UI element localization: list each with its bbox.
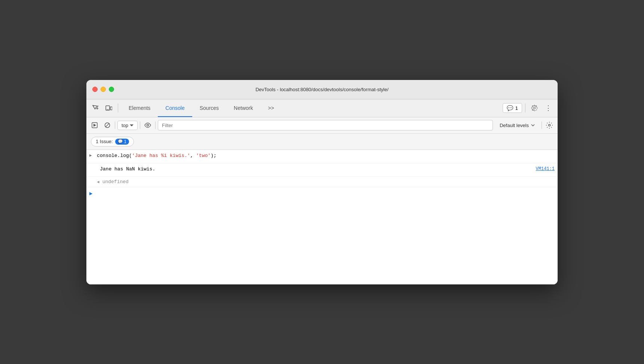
source-link[interactable]: VM141:1 bbox=[536, 166, 555, 172]
close-button[interactable] bbox=[92, 87, 98, 92]
minimize-button[interactable] bbox=[101, 87, 106, 92]
issues-button[interactable]: 💬 1 bbox=[503, 103, 522, 113]
issue-count: 1 bbox=[124, 139, 127, 144]
devtools-window: DevTools - localhost:8080/docs/devtools/… bbox=[86, 80, 558, 284]
toolbar-divider-1 bbox=[118, 104, 118, 112]
undefined-text: undefined bbox=[102, 179, 129, 185]
issues-pill[interactable]: 1 Issue: 💬 1 bbox=[91, 137, 134, 146]
console-divider-4 bbox=[542, 121, 542, 129]
console-settings-icon[interactable] bbox=[544, 120, 555, 130]
issue-badge: 💬 1 bbox=[115, 139, 129, 145]
console-log-text: console.log('Jane has %i kiwis.', 'two')… bbox=[97, 152, 555, 160]
window-title: DevTools - localhost:8080/docs/devtools/… bbox=[255, 87, 389, 92]
issues-bar: 1 Issue: 💬 1 bbox=[86, 134, 558, 150]
console-log-row: ▶ console.log('Jane has %i kiwis.', 'two… bbox=[86, 150, 558, 163]
settings-icon[interactable] bbox=[528, 102, 540, 114]
console-prompt-row[interactable]: ▶ bbox=[86, 187, 558, 200]
tab-bar: Elements Console Sources Network >> bbox=[121, 99, 501, 117]
svg-rect-1 bbox=[110, 107, 112, 110]
console-divider-2 bbox=[140, 121, 140, 129]
console-output-row: Jane has NaN kiwis. VM141:1 bbox=[86, 163, 558, 177]
tab-elements[interactable]: Elements bbox=[121, 99, 158, 117]
issues-count: 1 bbox=[515, 105, 518, 111]
undefined-row: ◀ undefined bbox=[86, 177, 558, 187]
main-toolbar: Elements Console Sources Network >> 💬 1 bbox=[86, 99, 558, 117]
inspector-icon[interactable] bbox=[89, 102, 101, 114]
issue-icon: 💬 bbox=[118, 139, 123, 144]
tab-more[interactable]: >> bbox=[260, 99, 281, 117]
more-options-button[interactable]: ⋮ bbox=[542, 102, 555, 114]
filter-input[interactable] bbox=[158, 120, 493, 130]
output-text: Jane has NaN kiwis. bbox=[100, 166, 533, 173]
context-selector[interactable]: top bbox=[117, 121, 138, 130]
run-script-icon[interactable] bbox=[89, 120, 100, 130]
clear-messages-icon[interactable] bbox=[102, 120, 113, 130]
titlebar: DevTools - localhost:8080/docs/devtools/… bbox=[86, 80, 558, 99]
return-arrow-icon: ◀ bbox=[97, 179, 99, 184]
traffic-lights bbox=[92, 87, 114, 92]
tab-network[interactable]: Network bbox=[226, 99, 260, 117]
toolbar-right: 💬 1 ⋮ bbox=[503, 102, 555, 114]
svg-marker-4 bbox=[93, 124, 96, 127]
device-mode-icon[interactable] bbox=[103, 102, 115, 114]
log-levels-button[interactable]: Default levels bbox=[495, 121, 539, 130]
tab-sources[interactable]: Sources bbox=[192, 99, 226, 117]
issues-chat-icon: 💬 bbox=[507, 105, 513, 111]
prompt-arrow-icon: ▶ bbox=[89, 190, 92, 197]
svg-point-8 bbox=[549, 124, 551, 126]
console-output: ▶ console.log('Jane has %i kiwis.', 'two… bbox=[86, 150, 558, 284]
expand-arrow[interactable]: ▶ bbox=[89, 153, 94, 158]
console-divider-1 bbox=[115, 121, 115, 129]
tab-console[interactable]: Console bbox=[158, 99, 192, 117]
maximize-button[interactable] bbox=[109, 87, 114, 92]
context-label: top bbox=[122, 123, 128, 128]
console-divider-3 bbox=[155, 121, 156, 129]
live-expressions-icon[interactable] bbox=[142, 120, 153, 130]
console-toolbar: top Default levels bbox=[86, 117, 558, 134]
issues-prefix: 1 Issue: bbox=[96, 139, 113, 144]
toolbar-divider-2 bbox=[525, 104, 525, 112]
svg-line-6 bbox=[105, 123, 109, 127]
svg-point-7 bbox=[147, 124, 149, 126]
